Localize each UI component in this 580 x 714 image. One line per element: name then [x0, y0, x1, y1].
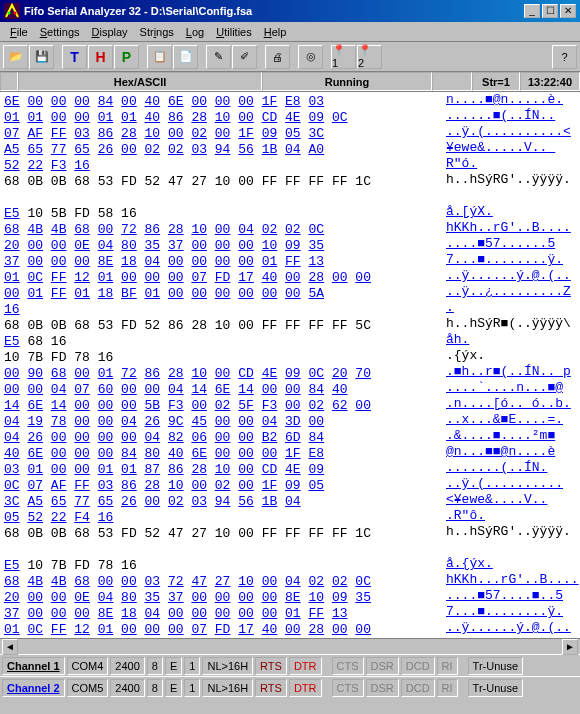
open-icon[interactable]: 📂 [3, 45, 28, 69]
pin1-icon[interactable]: 📍 1 [331, 45, 356, 69]
ch2-cts: CTS [332, 679, 364, 697]
menu-help[interactable]: Help [258, 24, 293, 40]
ch1-nl[interactable]: NL>16H [202, 657, 253, 675]
hex-row[interactable]: 3C A5 65 77 65 26 00 02 03 94 56 1B 04 <… [4, 494, 576, 510]
window-title: Fifo Serial Analyzer 32 - D:\Serial\Conf… [24, 5, 252, 17]
status-bar-top: Hex/ASCII Running Str=1 13:22:40 [0, 72, 580, 92]
channel-1-row: Channel 1 COM4 2400 8 E 1 NL>16H RTS DTR… [0, 654, 580, 676]
svg-point-2 [14, 12, 17, 15]
ch2-baud[interactable]: 2400 [110, 679, 144, 697]
ch2-dcd: DCD [401, 679, 435, 697]
ch1-dsr: DSR [366, 657, 399, 675]
menu-display[interactable]: Display [86, 24, 134, 40]
svg-point-1 [8, 12, 11, 15]
help-icon[interactable]: ? [552, 45, 577, 69]
menu-bar: FileSettingsDisplayStringsLogUtilitiesHe… [0, 22, 580, 42]
paste-icon[interactable]: 📄 [173, 45, 198, 69]
ch1-par[interactable]: E [165, 657, 182, 675]
h-icon[interactable]: H [88, 45, 113, 69]
ch1-dcd: DCD [401, 657, 435, 675]
save-icon[interactable]: 💾 [29, 45, 54, 69]
channel-2-row: Channel 2 COM5 2400 8 E 1 NL>16H RTS DTR… [0, 676, 580, 698]
horizontal-scrollbar[interactable]: ◄ ► [0, 638, 580, 654]
hex-row[interactable]: 00 01 FF 01 18 BF 01 00 00 00 00 00 00 5… [4, 286, 576, 302]
scroll-right-icon[interactable]: ► [562, 639, 578, 655]
ch2-dtr[interactable]: DTR [289, 679, 322, 697]
p-icon[interactable]: P [114, 45, 139, 69]
ch1-rts[interactable]: RTS [255, 657, 287, 675]
ch2-trail[interactable]: Tr-Unuse [468, 679, 523, 697]
menu-strings[interactable]: Strings [134, 24, 180, 40]
ch1-sb[interactable]: 1 [184, 657, 200, 675]
toolbar: 📂💾THP📋📄✎✐🖨◎📍 1📍 2? [0, 42, 580, 72]
scroll-left-icon[interactable]: ◄ [2, 639, 18, 655]
menu-utilities[interactable]: Utilities [210, 24, 257, 40]
hex-row[interactable]: 68 0B 0B 68 53 FD 52 86 28 10 00 FF FF F… [4, 318, 576, 334]
target-icon[interactable]: ◎ [298, 45, 323, 69]
ch2-dsr: DSR [366, 679, 399, 697]
hex-row[interactable]: 68 0B 0B 68 53 FD 52 47 27 10 00 FF FF F… [4, 174, 576, 190]
ch1-ri: RI [437, 657, 458, 675]
pin2-icon[interactable]: 📍 2 [357, 45, 382, 69]
wand-icon[interactable]: ✎ [206, 45, 231, 69]
ch2-nl[interactable]: NL>16H [202, 679, 253, 697]
hex-view[interactable]: 6E 00 00 00 84 00 40 6E 00 00 00 1F E8 0… [0, 92, 580, 638]
str-cell: Str=1 [472, 72, 520, 91]
channel-2-label[interactable]: Channel 2 [2, 679, 65, 697]
ch1-baud[interactable]: 2400 [110, 657, 144, 675]
t-icon[interactable]: T [62, 45, 87, 69]
ch2-sb[interactable]: 1 [184, 679, 200, 697]
close-button[interactable]: ✕ [560, 4, 576, 18]
hex-row[interactable]: E5 68 16 åh. [4, 334, 576, 350]
ch2-par[interactable]: E [165, 679, 182, 697]
title-bar: Fifo Serial Analyzer 32 - D:\Serial\Conf… [0, 0, 580, 22]
ch1-cts: CTS [332, 657, 364, 675]
ch1-dtr[interactable]: DTR [289, 657, 322, 675]
maximize-button[interactable]: ☐ [542, 4, 558, 18]
brush-icon[interactable]: ✐ [232, 45, 257, 69]
ch2-db[interactable]: 8 [147, 679, 163, 697]
menu-log[interactable]: Log [180, 24, 210, 40]
ch1-db[interactable]: 8 [147, 657, 163, 675]
print-icon[interactable]: 🖨 [265, 45, 290, 69]
hex-row[interactable]: 68 0B 0B 68 53 FD 52 47 27 10 00 FF FF F… [4, 526, 576, 542]
minimize-button[interactable]: _ [524, 4, 540, 18]
copy-icon[interactable]: 📋 [147, 45, 172, 69]
ch2-ri: RI [437, 679, 458, 697]
ch2-port[interactable]: COM5 [67, 679, 109, 697]
mode-cell: Hex/ASCII [18, 72, 262, 91]
time-cell: 13:22:40 [520, 72, 580, 91]
menu-file[interactable]: File [4, 24, 34, 40]
channel-1-label[interactable]: Channel 1 [2, 657, 65, 675]
hex-row[interactable]: A5 65 77 65 26 00 02 02 03 94 56 1B 04 A… [4, 142, 576, 158]
ch2-rts[interactable]: RTS [255, 679, 287, 697]
ch1-trail[interactable]: Tr-Unuse [468, 657, 523, 675]
app-icon [4, 3, 20, 19]
state-cell: Running [262, 72, 432, 91]
ch1-port[interactable]: COM4 [67, 657, 109, 675]
menu-settings[interactable]: Settings [34, 24, 86, 40]
